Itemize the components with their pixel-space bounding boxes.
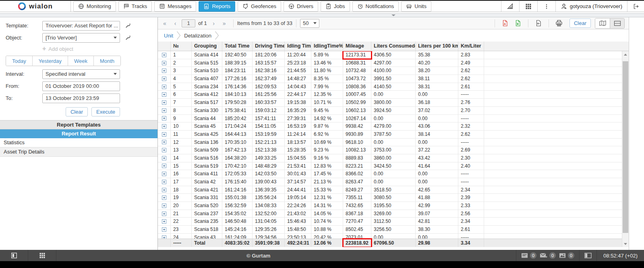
- clear-form-button[interactable]: Clear: [66, 107, 88, 116]
- expand-icon[interactable]: [162, 148, 166, 152]
- next-page-button[interactable]: ›: [209, 20, 219, 27]
- expand-icon[interactable]: [162, 100, 166, 105]
- expand-icon[interactable]: [162, 132, 166, 137]
- nav-item-messages[interactable]: Messages: [154, 1, 196, 12]
- execute-button[interactable]: Execute: [91, 107, 120, 116]
- to-date-input[interactable]: 13 October 2019 23:59: [42, 93, 120, 103]
- expand-icon[interactable]: [162, 219, 166, 224]
- user-menu[interactable]: gotyouza (Triovervoer): [555, 1, 627, 12]
- nav-item-monitoring[interactable]: Monitoring: [73, 1, 116, 12]
- report-templates-section[interactable]: Report Templates: [0, 120, 157, 129]
- expand-icon[interactable]: [162, 227, 166, 232]
- template-select[interactable]: Triovervoer: Asset Report for ...: [42, 21, 120, 31]
- expand-icon[interactable]: [162, 156, 166, 160]
- clear-report-button[interactable]: Clear: [569, 19, 591, 28]
- expand-icon[interactable]: [162, 53, 166, 57]
- expand-icon[interactable]: [162, 85, 166, 89]
- mail-counter[interactable]: 0: [540, 252, 556, 259]
- expand-icon[interactable]: [162, 212, 166, 216]
- quick-range-yesterday[interactable]: Yesterday: [32, 56, 68, 66]
- quick-range-week[interactable]: Week: [68, 56, 93, 66]
- report-result-section[interactable]: Report Result: [0, 129, 157, 138]
- split-view-button[interactable]: [610, 19, 624, 28]
- messages-panel-counter[interactable]: 0: [521, 252, 536, 259]
- scroll-up-button[interactable]: [622, 51, 629, 58]
- sidebar-item-statistics[interactable]: Statistics: [0, 138, 157, 148]
- page-size-select[interactable]: 50: [300, 19, 319, 28]
- object-select[interactable]: [Trio Vervoer]: [42, 33, 120, 43]
- first-page-button[interactable]: «: [159, 20, 170, 27]
- panel-toggle-button[interactable]: [0, 250, 28, 261]
- print-button[interactable]: [553, 20, 565, 27]
- column-header-km-liter[interactable]: Km/Liter: [458, 42, 484, 51]
- toolbar-separator: [549, 19, 549, 27]
- column-header-total-time[interactable]: Total Time: [222, 42, 253, 51]
- nav-item-reports[interactable]: Reports: [199, 1, 235, 12]
- expand-icon[interactable]: [162, 77, 166, 81]
- tab-unit[interactable]: Unit: [163, 33, 174, 39]
- expand-icon[interactable]: [162, 140, 166, 144]
- expand-icon[interactable]: [162, 116, 166, 120]
- vertical-scrollbar[interactable]: [622, 51, 629, 247]
- kebab-menu-button[interactable]: [537, 1, 555, 12]
- expand-icon[interactable]: [162, 235, 166, 239]
- expand-icon[interactable]: [162, 204, 166, 208]
- nav-item-drivers[interactable]: Drivers: [284, 1, 318, 12]
- media-counter[interactable]: 0: [559, 252, 574, 259]
- expand-icon[interactable]: [162, 164, 166, 168]
- template-settings-button[interactable]: [125, 23, 131, 29]
- interval-select[interactable]: Specified interval: [42, 69, 120, 79]
- map-view-button[interactable]: [595, 19, 610, 28]
- column-header-grouping[interactable]: Grouping: [192, 42, 222, 51]
- quick-range-month[interactable]: Month: [93, 56, 120, 66]
- scrollbar-thumb[interactable]: [623, 61, 628, 233]
- expand-icon[interactable]: [162, 172, 166, 176]
- nav-item-jobs[interactable]: Jobs: [321, 1, 350, 12]
- column-header-expand[interactable]: [158, 42, 171, 51]
- column-header-liters-consumede[interactable]: Liters Consumede: [371, 42, 416, 51]
- tab-detalization[interactable]: Detalization: [183, 33, 212, 39]
- column-header--[interactable]: №: [171, 42, 192, 51]
- expand-icon[interactable]: [162, 124, 166, 129]
- cell: 7270.47: [343, 218, 371, 225]
- page-number-input[interactable]: 1: [182, 19, 195, 27]
- dashboard-grid-button[interactable]: [28, 250, 56, 261]
- collapse-chevron-icon[interactable]: [391, 15, 396, 16]
- ruler-button[interactable]: [501, 1, 519, 12]
- breadcrumb-chevron-icon: [176, 31, 181, 40]
- expand-icon[interactable]: [162, 195, 166, 200]
- export-excel-button[interactable]: [511, 20, 524, 27]
- wialon-logo[interactable]: wialon: [0, 1, 71, 12]
- nav-item-units[interactable]: Units: [401, 1, 431, 12]
- from-date-input[interactable]: 01 October 2019 00:00: [42, 81, 120, 91]
- quick-range-today[interactable]: Today: [6, 56, 32, 66]
- wrench-icon: [125, 35, 131, 41]
- column-header-idlingtime-[interactable]: IdlingTime%: [311, 42, 343, 51]
- columns-toggle-button[interactable]: [579, 250, 596, 261]
- nav-item-geofences[interactable]: Geofences: [238, 1, 281, 12]
- column-header-driving-time[interactable]: Driving Time: [253, 42, 285, 51]
- nav-item-notifications[interactable]: Notifications: [352, 1, 399, 12]
- add-object-button[interactable]: + Add object: [0, 44, 157, 54]
- object-settings-button[interactable]: [125, 35, 131, 41]
- logout-button[interactable]: [627, 1, 644, 12]
- column-header-mileage[interactable]: Mileage: [343, 42, 371, 51]
- expand-icon[interactable]: [162, 108, 166, 113]
- expand-icon[interactable]: [162, 188, 166, 192]
- cell: 15: [171, 162, 192, 170]
- last-page-button[interactable]: »: [219, 20, 230, 27]
- apps-grid-button[interactable]: [519, 1, 537, 12]
- column-header-liters-per-100-km[interactable]: Liters per 100 km: [416, 42, 458, 51]
- nav-item-tracks[interactable]: Tracks: [118, 1, 152, 12]
- export-pdf-button[interactable]: A: [499, 20, 511, 27]
- expand-icon[interactable]: [162, 61, 166, 65]
- column-header-idling-time[interactable]: Idling Time: [285, 42, 311, 51]
- expand-icon[interactable]: [162, 92, 166, 97]
- expand-icon[interactable]: [162, 180, 166, 184]
- expand-icon[interactable]: [162, 69, 166, 73]
- export-file-button[interactable]: [532, 20, 545, 27]
- prev-page-button[interactable]: ‹: [170, 20, 180, 27]
- sidebar-item-asset-trip-details[interactable]: Asset Trip Details: [0, 148, 157, 157]
- scroll-down-button[interactable]: [622, 241, 629, 247]
- cell: 11:20:44: [285, 51, 311, 59]
